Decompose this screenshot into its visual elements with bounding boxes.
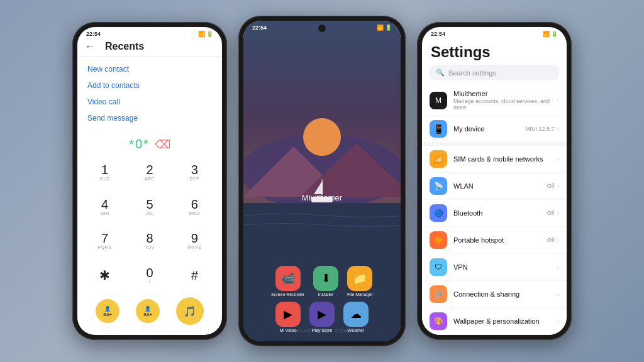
new-contact-link[interactable]: New contact: [87, 62, 212, 77]
chevron-icon: ›: [557, 97, 559, 104]
connection-sharing-icon: 🔗: [430, 285, 447, 303]
settings-item-hotspot[interactable]: 🔶 Portable hotspot Off ›: [422, 227, 567, 254]
chevron-icon: ›: [557, 318, 559, 325]
right-status-bar: 22:54 📶 🔋: [422, 27, 567, 38]
center-phone-screen: 22:54 📶 🔋: [243, 21, 401, 341]
left-phone-screen: 22:54 📶 🔋 ← Recents New contact Add to c…: [77, 27, 222, 335]
voicemail-button[interactable]: 🎵: [176, 297, 204, 325]
right-signal-icon: 📶: [543, 31, 550, 37]
center-phone: 22:54 📶 🔋: [238, 16, 406, 346]
dial-key-hash[interactable]: #: [172, 258, 217, 293]
dial-key-star[interactable]: ✱: [82, 258, 127, 293]
center-time: 22:54: [252, 25, 267, 31]
settings-item-connection-sharing[interactable]: 🔗 Connection & sharing ›: [422, 281, 567, 308]
dial-key-5[interactable]: 5 JKL: [127, 190, 172, 224]
right-battery-icon: 🔋: [551, 31, 558, 37]
search-icon: 🔍: [436, 69, 445, 77]
left-time: 22:54: [86, 31, 101, 37]
my-device-icon: 📱: [430, 120, 447, 138]
dial-key-8[interactable]: 8 TUV: [127, 224, 172, 258]
back-button[interactable]: ←: [85, 41, 95, 52]
center-signal-icon: 📶: [377, 25, 384, 31]
settings-item-sim[interactable]: 📶 SIM cards & mobile networks ›: [422, 146, 567, 173]
left-status-icons: 📶 🔋: [198, 31, 213, 37]
dial-key-0[interactable]: 0 +: [127, 258, 172, 293]
center-battery-icon: 🔋: [385, 25, 392, 31]
settings-item-bluetooth[interactable]: 🔵 Bluetooth Off ›: [422, 200, 567, 227]
video-call-link[interactable]: Video call: [87, 94, 212, 109]
dial-key-6[interactable]: 6 MNO: [172, 190, 217, 224]
dial-key-9[interactable]: 9 WXYZ: [172, 224, 217, 258]
miuithemer-icon: M: [430, 92, 447, 109]
right-status-icons: 📶 🔋: [543, 31, 558, 37]
home-scene: Miuithemer 📹 Screen Recorder ⬇ Installer…: [243, 32, 401, 341]
sa-button-1[interactable]: 👤 SA+: [96, 299, 119, 323]
dialer-bottom: 👤 SA+ 👤 SA+ 🎵: [77, 292, 222, 335]
settings-item-wlan[interactable]: 📡 WLAN Off ›: [422, 173, 567, 200]
search-input[interactable]: Search settings: [448, 69, 496, 77]
battery-icon: 🔋: [206, 31, 213, 37]
add-contacts-link[interactable]: Add to contacts: [87, 78, 212, 93]
app-screen-recorder[interactable]: 📹 Screen Recorder: [271, 266, 304, 297]
miuithemer-subtitle: Manage accounts, cloud services, and mor…: [453, 98, 551, 111]
chevron-icon: ›: [557, 156, 559, 163]
app-mi-video[interactable]: ▶ Mi Video: [275, 302, 301, 332]
sim-icon: 📶: [430, 150, 447, 168]
wlan-badge: Off: [547, 183, 555, 189]
dialpad: 1 GLD 2 ABC 3 DEF 4 GHI 5 JKL: [77, 155, 222, 292]
home-username: Miuithemer: [243, 193, 401, 202]
chevron-icon: ›: [557, 183, 559, 190]
app-weather[interactable]: ☁ Weather: [343, 302, 369, 332]
app-file-manager[interactable]: 📁 File Manager: [347, 266, 373, 297]
my-device-badge: MIUI 12.5.7: [525, 126, 555, 132]
hotspot-title: Portable hotspot: [453, 236, 541, 244]
app-icons-row-1: 📹 Screen Recorder ⬇ Installer 📁 File Man…: [271, 266, 373, 297]
chevron-icon: ›: [557, 237, 559, 244]
dial-key-4[interactable]: 4 GHI: [82, 190, 127, 224]
chevron-icon: ›: [557, 210, 559, 217]
wlan-icon: 📡: [430, 177, 447, 195]
dial-key-2[interactable]: 2 ABC: [127, 155, 172, 190]
chevron-icon: ›: [557, 291, 559, 298]
signal-icon: 📶: [198, 31, 205, 37]
chevron-icon: ›: [557, 126, 559, 133]
bluetooth-icon: 🔵: [430, 204, 447, 222]
recents-title: Recents: [105, 41, 144, 52]
app-icons-row-2: ▶ Mi Video ▶ Play Store ☁ Weather: [275, 302, 369, 332]
app-installer[interactable]: ⬇ Installer: [313, 266, 338, 297]
vpn-title: VPN: [453, 263, 551, 271]
hotspot-icon: 🔶: [430, 231, 447, 249]
connection-sharing-title: Connection & sharing: [453, 290, 551, 298]
my-device-title: My device: [453, 125, 519, 133]
right-phone: 22:54 📶 🔋 Settings 🔍 Search settings M: [417, 22, 572, 340]
sim-title: SIM cards & mobile networks: [453, 155, 551, 163]
right-phone-screen: 22:54 📶 🔋 Settings 🔍 Search settings M: [422, 27, 567, 335]
wallpaper-title: Wallpaper & personalization: [453, 317, 551, 325]
dial-key-7[interactable]: 7 PQRS: [82, 224, 127, 258]
dial-key-3[interactable]: 3 DEF: [172, 155, 217, 190]
app-play-store[interactable]: ▶ Play Store: [309, 302, 335, 332]
search-bar[interactable]: 🔍 Search settings: [430, 65, 559, 80]
wallpaper-icon: 🎨: [430, 312, 447, 330]
bluetooth-badge: Off: [547, 210, 555, 216]
settings-item-wallpaper[interactable]: 🎨 Wallpaper & personalization ›: [422, 308, 567, 335]
settings-item-miuithemer[interactable]: M Miuithemer Manage accounts, cloud serv…: [422, 85, 567, 116]
miuithemer-title: Miuithemer: [453, 90, 551, 97]
send-message-link[interactable]: Send message: [87, 111, 212, 126]
left-phone: 22:54 📶 🔋 ← Recents New contact Add to c…: [72, 22, 227, 340]
settings-item-vpn[interactable]: 🛡 VPN ›: [422, 254, 567, 281]
chevron-icon: ›: [557, 264, 559, 271]
hotspot-badge: Off: [547, 237, 555, 243]
vpn-icon: 🛡: [430, 258, 447, 276]
delete-button[interactable]: ⌫: [155, 138, 170, 151]
settings-title: Settings: [422, 38, 567, 65]
settings-item-my-device[interactable]: 📱 My device MIUI 12.5.7 ›: [422, 116, 567, 143]
right-time: 22:54: [431, 31, 445, 37]
wlan-title: WLAN: [453, 182, 541, 190]
dialer-number-text: *0*: [129, 137, 150, 151]
center-notch: [318, 25, 326, 32]
dial-key-1[interactable]: 1 GLD: [82, 155, 127, 190]
bluetooth-title: Bluetooth: [453, 209, 541, 217]
sa-button-2[interactable]: 👤 SA+: [136, 299, 160, 323]
left-status-bar: 22:54 📶 🔋: [77, 27, 222, 38]
